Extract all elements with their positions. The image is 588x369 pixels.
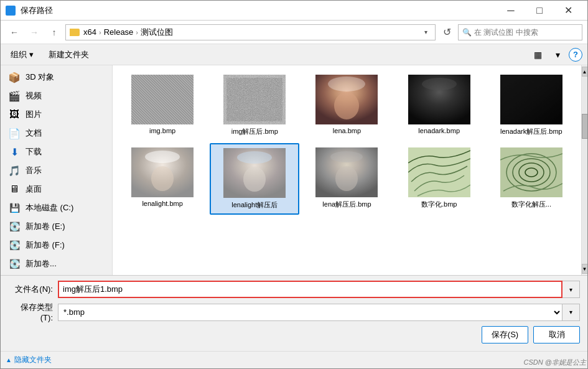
thumbnail-lenadark: [408, 75, 470, 124]
main-content: 📦 3D 对象 🎬 视频 🖼 图片 📄 文档: [1, 65, 587, 275]
sidebar-label-video: 视频: [26, 90, 42, 101]
scroll-thumb[interactable]: [582, 114, 588, 139]
sidebar-label-drive-more: 新加卷...: [26, 258, 57, 269]
breadcrumb-dropdown-button[interactable]: ▾: [420, 25, 431, 40]
svg-point-8: [422, 78, 457, 90]
title-bar: 保存路径 ─ □ ✕: [1, 1, 587, 21]
footer-chevron-icon: ▲: [6, 357, 12, 363]
file-item-lena[interactable]: lena.bmp: [302, 70, 391, 141]
filetype-select[interactable]: *.bmp: [58, 304, 562, 321]
file-item-lenalight-decomp[interactable]: lenalight解压后: [210, 143, 299, 215]
help-button[interactable]: ?: [569, 48, 582, 62]
breadcrumb-release: Release: [104, 27, 134, 37]
sidebar-item-drive-e[interactable]: 💽 新加卷 (E:): [1, 217, 112, 236]
svg-rect-10: [500, 75, 562, 124]
scrollbar[interactable]: ▲ ▼: [581, 65, 587, 275]
svg-point-16: [243, 167, 266, 192]
file-item-lena-decomp[interactable]: lena解压后.bmp: [302, 143, 391, 215]
scroll-up-arrow[interactable]: ▲: [582, 67, 588, 77]
svg-point-5: [328, 77, 365, 91]
svg-point-18: [330, 151, 363, 162]
action-row: 保存(S) 取消: [8, 326, 580, 346]
dialog-icon: [6, 6, 16, 16]
svg-point-12: [145, 151, 180, 163]
maximize-button[interactable]: □: [525, 1, 554, 21]
save-dialog: 保存路径 ─ □ ✕ ← → ↑ x64 › Release › 测试位图 ▾ …: [0, 0, 588, 369]
sidebar-item-pictures[interactable]: 🖼 图片: [1, 105, 112, 124]
filename-input[interactable]: [58, 281, 562, 298]
new-folder-button[interactable]: 新建文件夹: [44, 47, 94, 63]
organize-arrow: ▾: [29, 50, 34, 59]
organize-button[interactable]: 组织 ▾: [6, 47, 39, 63]
refresh-button[interactable]: ↺: [438, 24, 455, 41]
sidebar-item-3d-objects[interactable]: 📦 3D 对象: [1, 68, 112, 86]
sidebar-label-documents: 文档: [26, 128, 42, 139]
drive-e-icon: 💽: [8, 222, 21, 231]
file-item-img-decomp[interactable]: img解压后.bmp: [210, 70, 299, 141]
search-input[interactable]: [474, 28, 578, 37]
sidebar-item-video[interactable]: 🎬 视频: [1, 86, 112, 105]
back-button[interactable]: ←: [6, 24, 23, 41]
file-name-lena: lena.bmp: [333, 127, 361, 134]
sidebar-item-drive-c[interactable]: 💾 本地磁盘 (C:): [1, 199, 112, 217]
breadcrumb-folder: 测试位图: [141, 27, 173, 38]
organize-label: 组织: [11, 49, 27, 60]
breadcrumb-x64: x64: [83, 27, 96, 37]
filename-row: 文件名(N): ▾: [8, 281, 580, 298]
file-item-lenadark-decomp[interactable]: lenadark解压后.bmp: [487, 70, 576, 141]
view-button[interactable]: ▦: [529, 47, 546, 63]
footer: ▲ 隐藏文件夹: [1, 351, 587, 368]
file-name-shuzihua-decomp: 数字化解压...: [511, 200, 551, 209]
watermark: CSDN @非妮是公主: [524, 358, 586, 367]
sidebar-label-music: 音乐: [26, 165, 42, 176]
file-name-lenadark: lenadark.bmp: [418, 127, 460, 134]
file-item-img-bmp[interactable]: img.bmp: [118, 70, 207, 141]
sidebar-label-drive-e: 新加卷 (E:): [26, 221, 65, 232]
drive-more-icon: 💽: [8, 259, 21, 269]
scroll-track[interactable]: [582, 77, 588, 264]
drive-c-icon: 💾: [8, 203, 21, 213]
view-arrow-button[interactable]: ▾: [549, 47, 566, 63]
file-item-lenalight[interactable]: lenalight.bmp: [118, 143, 207, 215]
forward-button[interactable]: →: [26, 24, 43, 41]
breadcrumb[interactable]: x64 › Release › 测试位图 ▾: [65, 24, 436, 40]
sidebar-item-documents[interactable]: 📄 文档: [1, 124, 112, 142]
search-box: 🔍: [458, 24, 582, 40]
video-icon: 🎬: [8, 91, 21, 101]
save-button[interactable]: 保存(S): [482, 326, 528, 343]
filename-dropdown-button[interactable]: ▾: [562, 281, 580, 298]
scroll-down-arrow[interactable]: ▼: [582, 264, 588, 274]
thumbnail-lena: [315, 75, 378, 124]
toolbar-right: ▦ ▾ ?: [529, 47, 582, 63]
thumbnail-lenadark-decomp: [500, 75, 562, 124]
sidebar-item-drive-f[interactable]: 💽 新加卷 (F:): [1, 236, 112, 255]
svg-point-6: [334, 92, 359, 119]
minimize-button[interactable]: ─: [497, 1, 525, 21]
thumbnail-img-bmp: [131, 75, 194, 124]
hide-folder-button[interactable]: ▲ 隐藏文件夹: [6, 355, 52, 365]
sidebar-item-downloads[interactable]: ⬇ 下载: [1, 142, 112, 161]
title-bar-buttons: ─ □ ✕: [497, 1, 582, 21]
filetype-dropdown-button[interactable]: ▾: [562, 304, 580, 321]
toolbar: 组织 ▾ 新建文件夹 ▦ ▾ ?: [1, 44, 587, 65]
music-icon: 🎵: [8, 166, 21, 175]
file-name-lena-decomp: lena解压后.bmp: [322, 200, 371, 209]
pictures-icon: 🖼: [8, 110, 21, 119]
file-name-shuzihua: 数字化.bmp: [421, 200, 457, 209]
file-item-lenadark[interactable]: lenadark.bmp: [394, 70, 484, 141]
file-item-shuzihua[interactable]: 数字化.bmp: [394, 143, 484, 215]
file-item-shuzihua-decomp[interactable]: 数字化解压...: [487, 143, 576, 215]
cancel-button[interactable]: 取消: [533, 326, 580, 343]
thumbnail-img-decomp: [223, 75, 286, 124]
sidebar-item-music[interactable]: 🎵 音乐: [1, 161, 112, 180]
sidebar-label-drive-c: 本地磁盘 (C:): [26, 202, 73, 213]
dialog-title: 保存路径: [21, 5, 497, 16]
filetype-row: 保存类型(T): *.bmp ▾: [8, 302, 580, 322]
thumbnail-lena-decomp: [315, 147, 378, 197]
hide-folder-label: 隐藏文件夹: [14, 355, 52, 365]
close-button[interactable]: ✕: [554, 1, 582, 21]
sidebar-label-drive-f: 新加卷 (F:): [26, 240, 65, 251]
up-button[interactable]: ↑: [45, 24, 63, 41]
sidebar-item-drive-more[interactable]: 💽 新加卷...: [1, 255, 112, 273]
sidebar-item-desktop[interactable]: 🖥 桌面: [1, 180, 112, 199]
